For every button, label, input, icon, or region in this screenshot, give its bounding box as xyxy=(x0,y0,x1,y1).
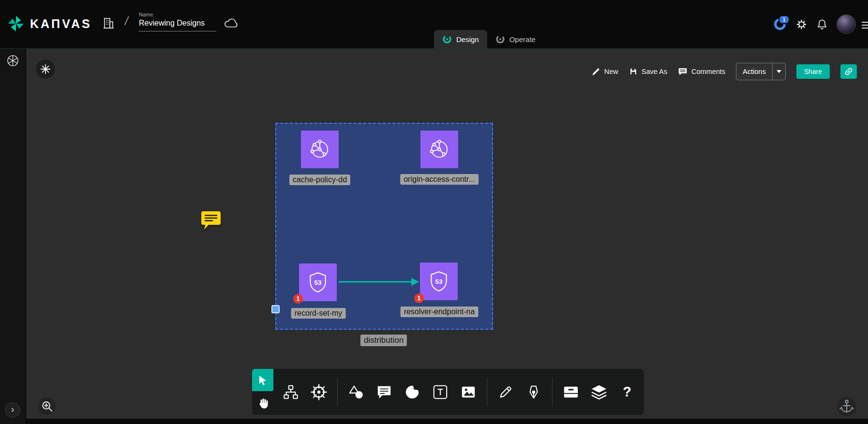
actions-label: Actions xyxy=(736,63,772,80)
zoom-in-button[interactable] xyxy=(37,396,57,416)
new-label: New xyxy=(604,68,618,75)
pattern-fab-button[interactable] xyxy=(35,59,56,79)
pen-tool[interactable] xyxy=(524,382,543,402)
kubernetes-tool[interactable] xyxy=(309,382,329,402)
dock-cursor-column xyxy=(252,369,277,415)
resolver-issue-badge[interactable]: 1 xyxy=(414,293,424,303)
design-tab-icon xyxy=(442,34,452,44)
node-resolver-endpoint[interactable]: 53 xyxy=(420,263,458,300)
group-label-distribution: distribution xyxy=(360,335,407,346)
canvas-comment-marker[interactable] xyxy=(200,210,222,231)
question-mark-icon: ? xyxy=(623,384,631,400)
sidebar-expand-button[interactable]: › xyxy=(5,402,20,418)
design-name-field: Name xyxy=(139,12,216,31)
copy-link-button[interactable] xyxy=(840,64,857,79)
components-tool[interactable] xyxy=(281,382,300,402)
doodle-tool[interactable] xyxy=(403,382,422,402)
image-icon xyxy=(460,384,477,400)
dock-tools: ? xyxy=(277,369,644,415)
node-label-resolver-endpoint: resolver-endpoint-na xyxy=(401,307,479,317)
meshery-logo-icon[interactable] xyxy=(6,54,19,67)
globe-network-icon xyxy=(427,137,451,161)
group-port-handle[interactable] xyxy=(271,305,280,313)
asterisk-icon xyxy=(40,64,51,74)
tab-operate[interactable]: Operate xyxy=(487,30,544,48)
anchor-icon xyxy=(839,399,854,414)
operate-tab-icon xyxy=(495,34,505,44)
logo-wordmark: KAΠVAS xyxy=(30,17,92,31)
tab-design[interactable]: Design xyxy=(434,30,487,48)
comment-tool[interactable] xyxy=(374,382,394,402)
settings-gear-icon[interactable] xyxy=(795,18,808,30)
pen-nib-icon xyxy=(525,384,542,400)
header-right-cluster: 1 xyxy=(774,0,856,48)
select-tool[interactable] xyxy=(252,369,273,391)
dock-divider xyxy=(337,378,338,406)
left-sidebar: › xyxy=(0,48,26,424)
drawer-tool[interactable] xyxy=(561,382,581,402)
image-tool[interactable] xyxy=(459,382,478,402)
help-tool[interactable]: ? xyxy=(617,382,637,402)
canvas-action-bar: New Save As Comments Actions Share xyxy=(591,63,857,80)
node-record-set[interactable]: 53 xyxy=(299,263,337,301)
design-tab-label: Design xyxy=(456,35,479,44)
node-label-cache-policy: cache-policy-dd xyxy=(289,175,350,185)
pencil-icon xyxy=(591,67,600,76)
drawer-icon xyxy=(562,384,580,400)
layers-tool[interactable] xyxy=(589,382,609,402)
pan-tool[interactable] xyxy=(252,391,273,415)
save-as-button[interactable]: Save As xyxy=(629,67,667,76)
mode-tabs: Design Operate xyxy=(434,30,544,48)
provider-notification-badge: 1 xyxy=(778,15,790,24)
bottom-strip xyxy=(0,419,868,424)
breadcrumb-separator: / xyxy=(125,15,128,28)
actions-caret-button[interactable] xyxy=(773,63,785,80)
app-header: KAΠVAS / Name Design xyxy=(0,0,868,49)
route53-shield-icon: 53 xyxy=(427,269,451,293)
record-set-issue-badge[interactable]: 1 xyxy=(293,294,303,304)
text-tool[interactable] xyxy=(431,382,450,402)
layers-icon xyxy=(590,384,608,400)
chevron-right-icon: › xyxy=(11,404,15,414)
node-origin-access[interactable] xyxy=(420,131,458,168)
cloud-sync-icon[interactable] xyxy=(224,17,239,29)
organization-icon[interactable] xyxy=(102,16,115,30)
comments-button[interactable]: Comments xyxy=(678,67,725,76)
doodle-blob-icon xyxy=(404,384,420,400)
node-label-record-set: record-set-my xyxy=(291,308,346,319)
share-label: Share xyxy=(804,68,822,75)
shapes-tool[interactable] xyxy=(346,382,366,402)
user-avatar[interactable] xyxy=(837,15,856,34)
globe-network-icon xyxy=(308,137,332,161)
kanvas-logo-icon xyxy=(7,15,25,33)
kanvas-logo[interactable]: KAΠVAS xyxy=(7,15,92,33)
operate-tab-label: Operate xyxy=(509,35,536,44)
dock-divider xyxy=(487,378,487,406)
hamburger-menu-icon[interactable] xyxy=(862,20,868,30)
comments-label: Comments xyxy=(691,68,725,75)
dock-divider xyxy=(552,378,553,406)
shapes-icon xyxy=(348,384,364,400)
node-label-origin-access: origin-access-contr... xyxy=(400,174,479,185)
comment-bubble-icon xyxy=(376,384,392,400)
svg-text:53: 53 xyxy=(314,279,322,286)
helm-wheel-icon xyxy=(310,383,328,401)
sitemap-icon xyxy=(283,384,299,400)
design-name-input[interactable] xyxy=(139,19,216,31)
cloud-provider-icon[interactable]: 1 xyxy=(774,18,786,30)
chevron-down-icon xyxy=(777,70,781,73)
actions-dropdown-button[interactable]: Actions xyxy=(736,63,786,80)
share-button[interactable]: Share xyxy=(796,64,830,79)
comment-icon xyxy=(678,67,688,76)
cursor-arrow-icon xyxy=(257,374,269,386)
new-button[interactable]: New xyxy=(591,67,618,76)
magnifier-plus-icon xyxy=(41,400,54,413)
svg-text:53: 53 xyxy=(435,278,443,285)
save-icon xyxy=(629,67,638,76)
node-cache-policy[interactable] xyxy=(301,131,339,168)
anchor-button[interactable] xyxy=(837,397,856,416)
save-as-label: Save As xyxy=(642,68,667,75)
link-icon xyxy=(844,67,853,76)
notifications-bell-icon[interactable] xyxy=(817,18,827,30)
pencil-tool[interactable] xyxy=(496,382,515,402)
